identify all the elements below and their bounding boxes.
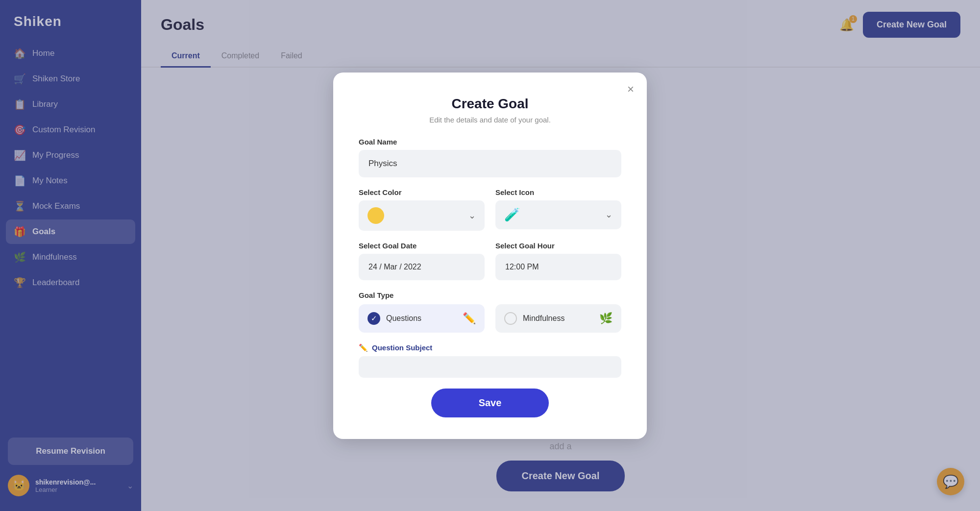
- select-icon-label: Select Icon: [495, 188, 621, 196]
- chevron-down-icon: ⌄: [468, 210, 476, 221]
- icon-col: Select Icon 🧪 ⌄: [495, 188, 621, 231]
- goal-date-input[interactable]: [359, 254, 485, 280]
- hour-col: Select Goal Hour: [495, 242, 621, 280]
- date-col: Select Goal Date: [359, 242, 485, 280]
- question-subject-label: Question Subject: [372, 343, 432, 352]
- selected-icon: 🧪: [504, 207, 520, 222]
- color-dot: [368, 207, 384, 224]
- question-subject-input[interactable]: [359, 356, 621, 378]
- modal-subtitle: Edit the details and date of your goal.: [359, 116, 621, 124]
- save-button[interactable]: Save: [431, 389, 549, 417]
- goal-type-mindfulness[interactable]: Mindfulness 🌿: [495, 304, 621, 333]
- create-goal-modal: × Create Goal Edit the details and date …: [333, 73, 647, 439]
- select-date-label: Select Goal Date: [359, 242, 485, 250]
- modal-overlay: × Create Goal Edit the details and date …: [0, 0, 980, 511]
- goal-hour-input[interactable]: [495, 254, 621, 280]
- color-icon-row: Select Color ⌄ Select Icon 🧪 ⌄: [359, 188, 621, 231]
- mindfulness-icon: 🌿: [599, 312, 612, 325]
- question-subject-section: ✏️ Question Subject: [359, 343, 621, 378]
- questions-check: ✓: [368, 312, 380, 325]
- select-icon-dropdown[interactable]: 🧪 ⌄: [495, 200, 621, 229]
- questions-label: Questions: [386, 314, 421, 323]
- goal-type-section: Goal Type ✓ Questions ✏️ Mindfulness 🌿: [359, 291, 621, 333]
- goal-type-row: ✓ Questions ✏️ Mindfulness 🌿: [359, 304, 621, 333]
- goal-name-input[interactable]: [359, 150, 621, 177]
- subject-icon: ✏️: [359, 343, 368, 352]
- goal-type-questions[interactable]: ✓ Questions ✏️: [359, 304, 485, 333]
- mindfulness-check: [504, 312, 517, 325]
- questions-icon: ✏️: [463, 312, 476, 325]
- modal-title: Create Goal: [359, 96, 621, 112]
- close-button[interactable]: ×: [627, 83, 634, 95]
- color-col: Select Color ⌄: [359, 188, 485, 231]
- date-hour-row: Select Goal Date Select Goal Hour: [359, 242, 621, 280]
- goal-type-label: Goal Type: [359, 291, 621, 299]
- select-color-label: Select Color: [359, 188, 485, 196]
- mindfulness-label: Mindfulness: [523, 314, 564, 323]
- chevron-down-icon: ⌄: [605, 209, 612, 220]
- question-subject-label-row: ✏️ Question Subject: [359, 343, 621, 352]
- goal-name-label: Goal Name: [359, 138, 621, 146]
- select-color-dropdown[interactable]: ⌄: [359, 200, 485, 231]
- select-hour-label: Select Goal Hour: [495, 242, 621, 250]
